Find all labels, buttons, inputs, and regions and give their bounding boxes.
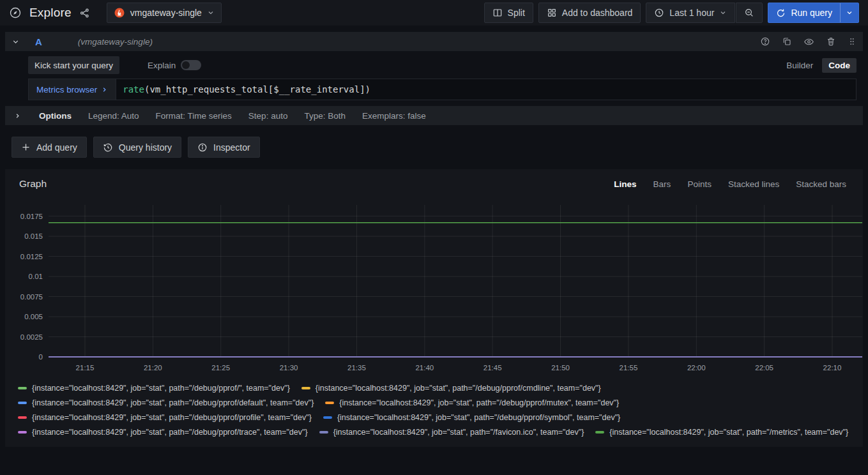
legend-label: {instance="localhost:8429", job="stat", … <box>609 428 848 437</box>
apps-grid-icon <box>547 8 557 18</box>
duplicate-query-icon[interactable] <box>782 36 792 47</box>
legend-swatch[interactable] <box>301 387 310 389</box>
chart-legend: {instance="localhost:8429", job="stat", … <box>10 377 858 443</box>
legend-label: {instance="localhost:8429", job="stat", … <box>316 384 601 393</box>
query-options-row[interactable]: Options Legend: Auto Format: Time series… <box>5 106 863 125</box>
legend-swatch[interactable] <box>595 431 604 434</box>
svg-text:0: 0 <box>39 353 43 361</box>
chevron-down-icon <box>719 9 727 17</box>
page-title: Explore <box>29 6 72 20</box>
legend-item[interactable]: {instance="localhost:8429", job="stat", … <box>595 428 848 437</box>
legend-label: {instance="localhost:8429", job="stat", … <box>337 413 620 422</box>
option-exemplars: Exemplars: false <box>362 111 426 121</box>
svg-text:21:40: 21:40 <box>415 364 434 372</box>
legend-item[interactable]: {instance="localhost:8429", job="stat", … <box>18 398 314 407</box>
legend-item[interactable]: {instance="localhost:8429", job="stat", … <box>325 398 619 407</box>
query-history-button[interactable]: Query history <box>93 137 181 158</box>
explain-toggle[interactable] <box>181 60 201 70</box>
add-to-dashboard-button[interactable]: Add to dashboard <box>538 3 641 23</box>
legend-item[interactable]: {instance="localhost:8429", job="stat", … <box>18 428 308 437</box>
delete-query-trash-icon[interactable] <box>826 36 836 47</box>
query-ref-id[interactable]: A <box>35 36 42 47</box>
legend-swatch[interactable] <box>18 387 27 389</box>
datasource-name: vmgateway-single <box>130 8 202 18</box>
promql-expression: (vm_http_requests_total[$__rate_interval… <box>144 84 370 94</box>
promql-function: rate <box>123 84 144 94</box>
graph-title: Graph <box>19 178 47 190</box>
collapse-chevron-icon[interactable] <box>11 38 20 46</box>
legend-label: {instance="localhost:8429", job="stat", … <box>32 384 290 393</box>
svg-text:0.005: 0.005 <box>24 313 43 320</box>
add-query-button[interactable]: Add query <box>11 137 87 158</box>
sync-icon <box>776 8 786 18</box>
legend-label: {instance="localhost:8429", job="stat", … <box>32 428 308 437</box>
inspector-button[interactable]: Inspector <box>188 137 260 158</box>
time-picker-group: Last 1 hour <box>646 3 763 23</box>
builder-mode-button[interactable]: Builder <box>780 58 819 73</box>
query-datasource-hint: (vmgateway-single) <box>78 37 153 47</box>
option-type: Type: Both <box>304 111 346 121</box>
run-query-button[interactable]: Run query <box>768 3 859 23</box>
promql-query-input[interactable]: rate(vm_http_requests_total[$__rate_inte… <box>116 79 857 100</box>
graph-mode-points[interactable]: Points <box>687 179 712 189</box>
explore-actions: Add query Query history Inspector <box>11 137 863 158</box>
legend-item[interactable]: {instance="localhost:8429", job="stat", … <box>18 384 290 393</box>
info-circle-icon <box>197 142 208 153</box>
zoom-out-icon <box>744 8 754 18</box>
zoom-out-button[interactable] <box>736 3 763 23</box>
svg-text:21:50: 21:50 <box>551 364 570 372</box>
time-range-button[interactable]: Last 1 hour <box>646 3 735 23</box>
legend-swatch[interactable] <box>18 402 27 404</box>
graph-mode-lines[interactable]: Lines <box>614 179 636 189</box>
query-editor: A (vmgateway-single) <box>5 32 863 125</box>
legend-item[interactable]: {instance="localhost:8429", job="stat", … <box>301 384 601 393</box>
explain-label: Explain <box>148 61 176 70</box>
svg-text:22:00: 22:00 <box>687 364 706 372</box>
toggle-visibility-eye-icon[interactable] <box>803 36 814 47</box>
metrics-browser-button[interactable]: Metrics browser <box>28 79 116 100</box>
code-mode-button[interactable]: Code <box>822 58 857 73</box>
explore-toolbar: Explore vmgateway-single <box>0 0 868 26</box>
split-button[interactable]: Split <box>484 3 533 23</box>
datasource-picker[interactable]: vmgateway-single <box>107 3 222 23</box>
graph-panel: Graph Lines Bars Points Stacked lines St… <box>5 169 863 447</box>
svg-text:0.0075: 0.0075 <box>20 293 43 301</box>
svg-text:21:45: 21:45 <box>483 364 502 372</box>
query-field-row: Metrics browser rate(vm_http_requests_to… <box>5 79 863 100</box>
split-button-label: Split <box>508 8 525 18</box>
svg-text:0.015: 0.015 <box>24 232 43 240</box>
legend-swatch[interactable] <box>18 416 27 419</box>
run-query-dropdown[interactable] <box>840 3 858 22</box>
svg-text:0.0125: 0.0125 <box>20 253 43 260</box>
inspector-label: Inspector <box>213 142 250 153</box>
kick-start-query-button[interactable]: Kick start your query <box>28 56 119 74</box>
legend-swatch[interactable] <box>323 416 332 419</box>
explore-compass-icon[interactable] <box>9 6 22 19</box>
legend-label: {instance="localhost:8429", job="stat", … <box>339 398 619 407</box>
graph-mode-stacked-bars[interactable]: Stacked bars <box>796 179 846 189</box>
graph-mode-stacked-lines[interactable]: Stacked lines <box>728 179 779 189</box>
graph-mode-bars[interactable]: Bars <box>653 179 671 189</box>
query-row-header: A (vmgateway-single) <box>5 32 863 51</box>
time-series-chart[interactable]: 00.00250.0050.00750.010.01250.0150.01752… <box>10 200 868 377</box>
option-format: Format: Time series <box>156 111 232 121</box>
svg-text:22:10: 22:10 <box>823 364 842 372</box>
svg-text:0.0175: 0.0175 <box>20 213 43 220</box>
svg-text:0.01: 0.01 <box>29 273 43 280</box>
svg-text:21:55: 21:55 <box>620 364 638 372</box>
legend-item[interactable]: {instance="localhost:8429", job="stat", … <box>323 413 620 422</box>
help-icon[interactable] <box>760 36 770 47</box>
graph-header: Graph Lines Bars Points Stacked lines St… <box>10 176 858 195</box>
legend-item[interactable]: {instance="localhost:8429", job="stat", … <box>319 428 584 437</box>
share-icon[interactable] <box>79 8 90 19</box>
legend-swatch[interactable] <box>319 431 328 434</box>
legend-item[interactable]: {instance="localhost:8429", job="stat", … <box>18 413 312 422</box>
chevron-down-icon <box>207 9 215 17</box>
drag-handle-icon[interactable] <box>848 36 857 47</box>
legend-swatch[interactable] <box>325 402 334 404</box>
graph-style-switch: Lines Bars Points Stacked lines Stacked … <box>614 179 851 189</box>
plus-icon <box>21 142 31 152</box>
legend-swatch[interactable] <box>18 431 27 434</box>
add-query-label: Add query <box>36 142 77 153</box>
chevron-right-icon <box>14 112 21 119</box>
